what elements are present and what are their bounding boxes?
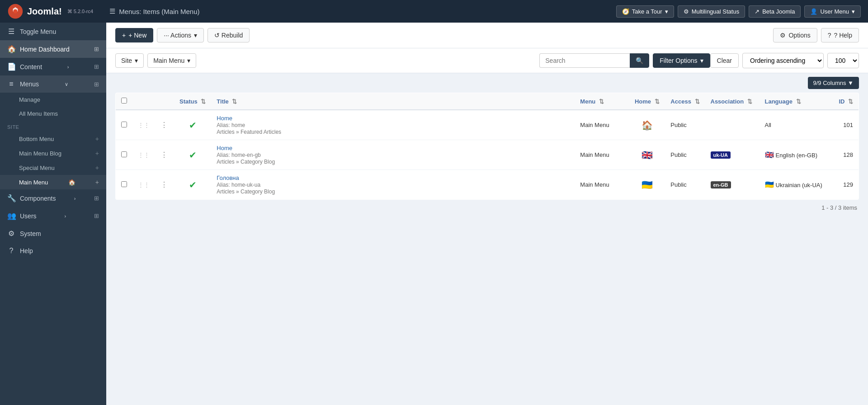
help-circle-icon: ? [828,32,831,39]
home-star-icon: 🏠 [642,120,653,130]
user-icon: 👤 [810,8,817,15]
sidebar-item-toggle-menu[interactable]: ☰ Toggle Menu [0,23,106,40]
search-group: 🔍 Filter Options ▾ Clear [539,53,739,68]
sidebar-sub-manage[interactable]: Manage [0,93,106,107]
search-button[interactable]: 🔍 [630,53,649,68]
association-sort-icon: ⇅ [747,98,752,105]
actions-button[interactable]: ··· Actions ▾ [157,28,204,42]
sidebar-sub-bottom-menu[interactable]: Bottom Menu + [0,132,106,146]
row-access-cell: Public [665,170,705,200]
row-association-cell [705,110,760,140]
table-row: ⋮⋮ ⋮ ✔ Home Alias: home-en-gb Articles »… [116,140,859,170]
user-menu-btn[interactable]: 👤 User Menu ▾ [804,5,861,18]
navbar-left: Joomla! ⌘ 5.2.0-rc4 ☰ Menus: Items (Main… [7,3,200,19]
sidebar-sub-main-menu[interactable]: Main Menu 🏠 + [0,175,106,189]
page-title-nav: ☰ Menus: Items (Main Menu) [109,7,199,15]
sidebar-item-home-dashboard[interactable]: 🏠 Home Dashboard ⊞ [0,40,106,58]
filter-options-button[interactable]: Filter Options ▾ [653,53,710,68]
th-menu[interactable]: Menu ⇅ [575,93,629,110]
drag-handle-icon[interactable]: ⋮⋮ [138,122,150,128]
clear-button[interactable]: Clear [710,53,739,68]
status-published-icon[interactable]: ✔ [189,120,197,130]
system-icon: ⚙ [7,229,15,238]
row-status-cell: ✔ [174,110,211,140]
table-container: 9/9 Columns ▼ Status ⇅ [106,73,868,220]
sidebar-item-users[interactable]: 👥 Users › ⊞ [0,207,106,225]
row-type: Articles » Category Blog [217,159,275,165]
row-actions-dots[interactable]: ⋮ [160,181,169,188]
rebuild-button[interactable]: ↺ Rebuild [208,28,250,42]
take-tour-btn[interactable]: 🧭 Take a Tour ▾ [616,5,674,18]
th-access[interactable]: Access ⇅ [665,93,705,110]
options-button[interactable]: ⚙ Options [773,28,817,42]
row-checkbox[interactable] [121,181,127,187]
th-association[interactable]: Association ⇅ [705,93,760,110]
joomla-logo[interactable]: Joomla! [7,3,62,19]
new-icon: + [122,32,126,39]
sidebar-sub-all-menu-items[interactable]: All Menu Items [0,107,106,121]
row-type: Articles » Featured Articles [217,129,281,135]
ordering-select[interactable]: Ordering ascending [742,53,824,68]
components-icon: 🔧 [7,194,15,202]
th-id[interactable]: ID ⇅ [832,93,859,110]
menus-grid-icon: ⊞ [94,81,99,88]
th-status[interactable]: Status ⇅ [174,93,211,110]
sidebar-sub-main-menu-blog[interactable]: Main Menu Blog + [0,146,106,160]
status-published-icon[interactable]: ✔ [189,150,197,160]
id-sort-icon: ⇅ [848,98,853,105]
multilingual-icon: ⚙ [684,8,689,15]
row-menu-cell: Main Menu [575,170,629,200]
drag-handle-icon[interactable]: ⋮⋮ [138,181,150,188]
add-main-menu-blog-icon[interactable]: + [95,150,99,157]
main-menu-select[interactable]: Main Menu ▾ [147,53,196,68]
row-title-link[interactable]: Головна [217,174,239,181]
navbar-right: 🧭 Take a Tour ▾ ⚙ Multilingual Status ↗ … [616,5,861,18]
menu-items-table: Status ⇅ Title ⇅ Menu ⇅ Home [115,93,859,200]
hamburger-icon: ☰ [7,27,15,36]
help-button[interactable]: ? ? Help [821,28,859,42]
sidebar-sub-special-menu[interactable]: Special Menu + [0,160,106,175]
row-actions-dots[interactable]: ⋮ [160,151,169,159]
columns-button[interactable]: 9/9 Columns ▼ [808,77,859,89]
row-checkbox-cell [116,140,133,170]
sidebar-item-help[interactable]: ? Help [0,242,106,259]
sidebar-item-content[interactable]: 📄 Content › ⊞ [0,58,106,75]
sidebar-item-components[interactable]: 🔧 Components › ⊞ [0,189,106,207]
row-association-cell: uk-UA [705,140,760,170]
add-bottom-menu-icon[interactable]: + [95,135,99,142]
drag-handle-icon[interactable]: ⋮⋮ [138,151,150,158]
row-title-link[interactable]: Home [217,115,232,122]
svg-point-1 [14,9,18,14]
row-actions-dots[interactable]: ⋮ [160,121,169,129]
flag-icon: 🇺🇦 [765,181,774,188]
gear-icon: ⚙ [780,32,786,39]
site-select[interactable]: Site ▾ [115,53,144,68]
row-title-link[interactable]: Home [217,145,232,151]
new-button[interactable]: + + New [115,28,153,42]
sidebar-item-menus[interactable]: ≡ Menus ∨ ⊞ [0,75,106,93]
search-input[interactable] [539,53,630,68]
beta-joomla-btn[interactable]: ↗ Beta Joomla [749,5,801,18]
select-all-checkbox[interactable] [121,98,127,104]
multilingual-status-btn[interactable]: ⚙ Multilingual Status [678,5,745,18]
th-home[interactable]: Home ⇅ [629,93,665,110]
row-access-cell: Public [665,110,705,140]
per-page-select[interactable]: 100 [827,53,859,68]
components-chevron-icon: › [74,196,76,201]
th-language[interactable]: Language ⇅ [760,93,832,110]
sidebar-item-system[interactable]: ⚙ System [0,225,106,242]
row-checkbox[interactable] [121,122,127,127]
row-status-cell: ✔ [174,170,211,200]
row-checkbox[interactable] [121,151,127,157]
row-alias: Alias: home-uk-ua [217,182,260,188]
row-title-cell: Головна Alias: home-uk-ua Articles » Cat… [211,170,575,200]
row-language-cell: 🇬🇧English (en-GB) [760,140,832,170]
status-published-icon[interactable]: ✔ [189,180,197,190]
menus-icon: ≡ [7,80,15,88]
add-special-menu-icon[interactable]: + [95,164,99,171]
toolbar: + + New ··· Actions ▾ ↺ Rebuild ⚙ Option… [106,23,868,48]
add-main-menu-icon[interactable]: + [95,179,99,186]
row-sort-cell: ⋮⋮ [132,110,155,140]
sidebar-section-site: Site [0,121,106,132]
th-title[interactable]: Title ⇅ [211,93,575,110]
